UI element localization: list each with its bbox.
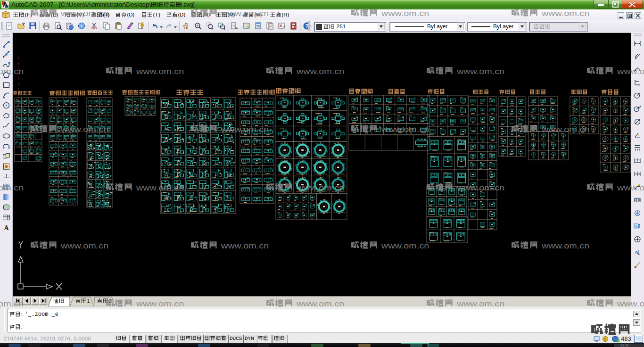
svg-text::: : bbox=[21, 311, 22, 317]
svg-text:$: $ bbox=[604, 337, 606, 341]
svg-text:(E): (E) bbox=[50, 12, 58, 17]
svg-text:251: 251 bbox=[335, 24, 346, 29]
svg-text:(V): (V) bbox=[76, 12, 84, 17]
svg-text::: : bbox=[21, 324, 22, 330]
svg-text:A1: A1 bbox=[635, 224, 640, 229]
svg-text:(W): (W) bbox=[254, 12, 262, 17]
svg-text:Y: Y bbox=[637, 83, 639, 86]
svg-text:ByLayer: ByLayer bbox=[427, 23, 447, 30]
svg-text:(N): (N) bbox=[202, 12, 210, 17]
svg-text:2: 2 bbox=[108, 298, 111, 304]
svg-text:A: A bbox=[4, 224, 9, 231]
svg-text:(O): (O) bbox=[127, 12, 134, 17]
svg-text:AutoCAD 2007 - [C:\Users\Admin: AutoCAD 2007 - [C:\Users\Administrator\D… bbox=[11, 1, 151, 8]
svg-text:.dwg]: .dwg] bbox=[182, 1, 194, 8]
svg-text:1: 1 bbox=[87, 298, 90, 304]
svg-text:(D): (D) bbox=[178, 12, 185, 17]
svg-text:A: A bbox=[635, 249, 638, 255]
svg-text:ByLayer: ByLayer bbox=[493, 23, 513, 30]
svg-text:(H): (H) bbox=[281, 12, 289, 17]
svg-text:A: A bbox=[638, 183, 640, 187]
svg-text:(F): (F) bbox=[25, 12, 32, 17]
svg-text:(M): (M) bbox=[227, 12, 235, 17]
svg-text:(T): (T) bbox=[153, 12, 160, 17]
svg-text:(I): (I) bbox=[102, 12, 110, 17]
